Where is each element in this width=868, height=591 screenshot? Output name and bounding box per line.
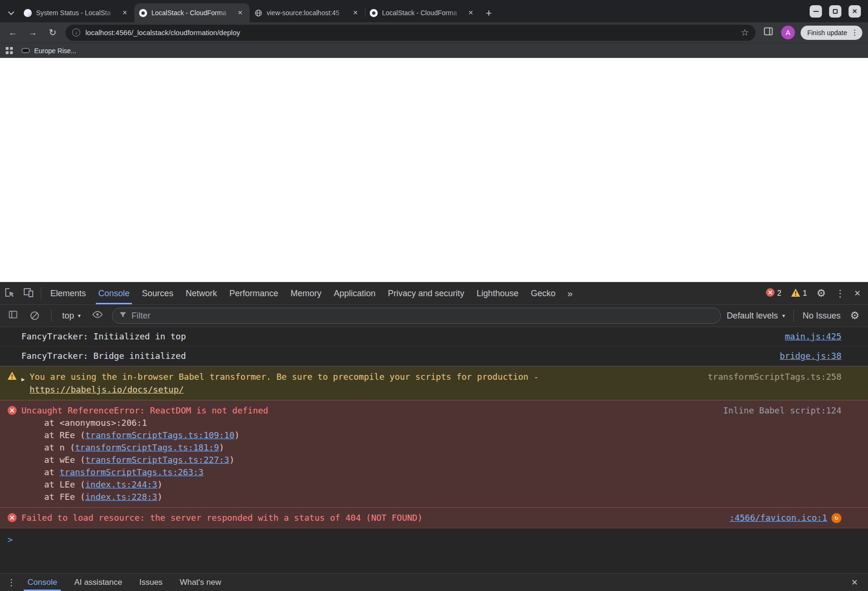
devtools-close-icon[interactable]: × — [854, 287, 860, 300]
expand-triangle-icon[interactable]: ▶ — [21, 373, 25, 386]
source-link[interactable]: main.js:425 — [785, 331, 841, 341]
error-message: Failed to load resource: the server resp… — [21, 512, 713, 524]
toolbar-separator — [793, 310, 794, 322]
stack-link[interactable]: index.ts:244:3 — [85, 479, 158, 489]
tab-close-icon[interactable]: × — [466, 8, 476, 18]
close-window-button[interactable]: × — [849, 5, 861, 18]
globe-favicon — [254, 9, 262, 17]
update-label: Finish update — [807, 29, 847, 37]
stack-frame: at REe (transformScriptTags.ts:109:10) — [21, 429, 707, 441]
drawer-tab-whats-new[interactable]: What's new — [171, 573, 230, 591]
source-link[interactable]: bridge.js:38 — [780, 351, 841, 361]
context-selector[interactable]: top ▾ — [60, 311, 83, 321]
browser-tab-view-source[interactable]: view-source:localhost:45 × — [250, 3, 365, 22]
tab-network[interactable]: Network — [179, 282, 223, 304]
devtools-panel: Elements Console Sources Network Perform… — [0, 282, 868, 591]
console-sidebar-button[interactable] — [5, 305, 21, 327]
warning-count-badge[interactable]: 1 — [791, 289, 807, 299]
new-tab-button[interactable]: + — [480, 4, 497, 22]
stack-link[interactable]: transformScriptTags.ts:109:10 — [85, 430, 234, 440]
tab-title: LocalStack - CloudForma — [382, 9, 462, 17]
drawer-tab-ai-assistance[interactable]: AI assistance — [65, 573, 131, 591]
stack-link[interactable]: transformScriptTags.ts:181:9 — [75, 442, 219, 452]
tab-application[interactable]: Application — [327, 282, 382, 304]
filter-box[interactable] — [112, 308, 721, 324]
console-prompt[interactable]: > — [0, 528, 868, 549]
maximize-icon — [833, 9, 838, 14]
tab-console[interactable]: Console — [92, 282, 136, 304]
address-bar[interactable]: i localhost:4566/_localstack/cloudformat… — [65, 25, 756, 41]
window-controls: × — [803, 5, 868, 18]
log-levels-dropdown[interactable]: Default levels ▾ — [727, 311, 785, 321]
tab-search-button[interactable] — [3, 4, 19, 22]
toolbar-separator — [41, 287, 41, 300]
clear-console-icon — [30, 311, 39, 320]
console-toolbar: top ▾ Default levels ▾ No Issues ⚙ — [0, 305, 868, 327]
drawer-kebab-icon[interactable]: ⋮ — [4, 577, 19, 588]
minimize-button[interactable] — [810, 5, 822, 18]
stack-link[interactable]: transformScriptTags.ts:263:3 — [60, 467, 204, 477]
inspect-element-button[interactable] — [0, 282, 19, 304]
bookmark-star-icon[interactable]: ☆ — [741, 27, 749, 38]
menu-kebab-icon[interactable]: ⋮ — [851, 28, 859, 37]
tab-memory[interactable]: Memory — [284, 282, 327, 304]
tab-performance[interactable]: Performance — [223, 282, 284, 304]
devtools-tabbar: Elements Console Sources Network Perform… — [0, 282, 868, 305]
browser-tab-cloudformation-2[interactable]: LocalStack - CloudForma × — [365, 3, 480, 22]
back-button[interactable]: ← — [6, 26, 20, 40]
tab-close-icon[interactable]: × — [120, 8, 130, 18]
site-info-icon[interactable]: i — [72, 28, 80, 37]
issues-counter[interactable]: No Issues — [803, 311, 840, 321]
babel-docs-link[interactable]: https://babeljs.io/docs/setup/ — [29, 385, 184, 394]
browser-tab-cloudformation-active[interactable]: LocalStack - CloudForma × — [134, 3, 250, 22]
tab-elements[interactable]: Elements — [44, 282, 92, 304]
favicon-resource-icon[interactable]: ↻ — [831, 513, 841, 523]
tab-sources[interactable]: Sources — [136, 282, 179, 304]
stack-link[interactable]: transformScriptTags.ts:227:3 — [85, 455, 229, 465]
stack-frame: at <anonymous>:206:1 — [21, 417, 707, 429]
log-message: FancyTracker: Bridge initialized — [21, 350, 764, 362]
drawer-close-icon[interactable]: × — [851, 576, 864, 589]
tab-title: view-source:localhost:45 — [267, 9, 346, 17]
reload-button[interactable]: ↻ — [46, 26, 60, 40]
console-messages: FancyTracker: Initialized in top main.js… — [0, 327, 868, 573]
console-settings-gear-icon[interactable]: ⚙ — [846, 310, 863, 322]
drawer-tab-issues[interactable]: Issues — [131, 573, 171, 591]
error-count-badge[interactable]: 2 — [766, 288, 782, 299]
close-icon: × — [852, 7, 857, 15]
maximize-button[interactable] — [829, 5, 841, 18]
localstack-favicon — [370, 9, 378, 17]
profile-avatar[interactable]: A — [781, 26, 795, 39]
tab-close-icon[interactable]: × — [351, 8, 360, 18]
stack-link[interactable]: index.ts:228:3 — [85, 492, 158, 502]
drawer-tab-console[interactable]: Console — [19, 573, 65, 591]
more-tabs-icon[interactable]: » — [561, 288, 578, 299]
tab-lighthouse[interactable]: Lighthouse — [470, 282, 524, 304]
url-text[interactable]: localhost:4566/_localstack/cloudformatio… — [85, 28, 736, 37]
source-link[interactable]: :4566/favicon.ico:1 — [729, 512, 827, 524]
browser-toolbar: ← → ↻ i localhost:4566/_localstack/cloud… — [0, 22, 868, 43]
side-panel-button[interactable] — [761, 26, 775, 40]
console-log-row: FancyTracker: Bridge initialized bridge.… — [0, 347, 868, 366]
filter-funnel-icon — [119, 310, 127, 321]
finish-update-button[interactable]: Finish update ⋮ — [801, 26, 862, 40]
tab-privacy-and-security[interactable]: Privacy and security — [382, 282, 470, 304]
apps-grid-icon[interactable] — [6, 47, 13, 54]
tab-gecko[interactable]: Gecko — [524, 282, 561, 304]
devtools-kebab-icon[interactable]: ⋮ — [835, 288, 845, 299]
error-message-block: Uncaught ReferenceError: ReactDOM is not… — [21, 404, 707, 503]
live-expression-button[interactable] — [88, 305, 106, 327]
filter-input[interactable] — [131, 311, 714, 321]
settings-gear-icon[interactable]: ⚙ — [816, 287, 826, 300]
browser-tab-system-status[interactable]: System Status - LocalSta × — [19, 3, 134, 22]
side-panel-icon — [763, 26, 774, 39]
eye-icon — [92, 309, 103, 322]
tab-close-icon[interactable]: × — [235, 8, 245, 18]
forward-button[interactable]: → — [26, 26, 40, 40]
toolbar-separator — [51, 310, 52, 322]
clear-console-button[interactable] — [27, 305, 43, 327]
stack-frame: at transformScriptTags.ts:263:3 — [21, 466, 707, 478]
bookmark-europe-rise[interactable]: Europe Rise... — [21, 47, 76, 55]
bookmarks-bar: Europe Rise... — [0, 43, 868, 58]
device-toolbar-button[interactable] — [19, 282, 38, 304]
